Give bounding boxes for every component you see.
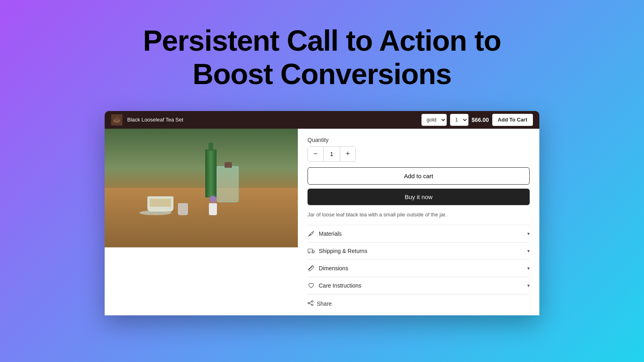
quantity-increase-button[interactable]: + bbox=[340, 147, 355, 161]
share-row[interactable]: Share bbox=[308, 294, 530, 307]
share-label: Share bbox=[317, 300, 332, 307]
ruler-icon bbox=[308, 265, 315, 272]
headline-text: Persistent Call to Action to Boost Conve… bbox=[143, 24, 501, 91]
svg-line-10 bbox=[310, 304, 312, 305]
green-bottle bbox=[205, 149, 217, 197]
sticky-price: $66.00 bbox=[472, 117, 489, 123]
accordion-shipping: Shipping & Returns ▾ bbox=[308, 242, 530, 259]
glass-pitcher bbox=[217, 166, 239, 202]
svg-point-6 bbox=[312, 300, 313, 302]
sticky-add-to-cart-button[interactable]: Add To Cart bbox=[492, 114, 533, 126]
tea-scene bbox=[105, 129, 298, 247]
accordion-dimensions: Dimensions ▾ bbox=[308, 259, 530, 277]
svg-point-4 bbox=[309, 252, 310, 253]
svg-point-2 bbox=[115, 117, 119, 121]
svg-point-5 bbox=[313, 252, 314, 253]
quantity-label: Quantity bbox=[308, 137, 530, 143]
accordion-care-header[interactable]: Care Instructions ▾ bbox=[308, 282, 530, 289]
accordion-materials: Materials ▾ bbox=[308, 225, 530, 242]
accordion-shipping-label: Shipping & Returns bbox=[319, 248, 367, 254]
truck-icon bbox=[308, 247, 315, 255]
product-page-window: Black Looseleaf Tea Set gold 1 $66.00 Ad… bbox=[105, 111, 539, 316]
quantity-control: − 1 + bbox=[308, 146, 356, 162]
sticky-quantity-select[interactable]: 1 bbox=[450, 114, 469, 126]
accordion-shipping-header[interactable]: Shipping & Returns ▾ bbox=[308, 247, 530, 255]
accordion-materials-chevron: ▾ bbox=[527, 231, 530, 237]
tea-cup bbox=[147, 196, 173, 212]
sticky-bar: Black Looseleaf Tea Set gold 1 $66.00 Ad… bbox=[105, 111, 539, 129]
svg-point-7 bbox=[308, 302, 310, 304]
accordion-dimensions-chevron: ▾ bbox=[527, 265, 530, 271]
flower-vase bbox=[209, 203, 217, 215]
headline: Persistent Call to Action to Boost Conve… bbox=[62, 24, 581, 91]
svg-line-9 bbox=[310, 302, 312, 303]
product-image bbox=[105, 129, 298, 247]
buy-now-button[interactable]: Buy it now bbox=[308, 189, 530, 205]
accordion-care-chevron: ▾ bbox=[527, 283, 530, 288]
heart-icon bbox=[308, 282, 315, 289]
share-icon bbox=[308, 300, 314, 307]
product-details-panel: Quantity − 1 + Add to cart Buy it now Ja… bbox=[298, 129, 539, 316]
quantity-decrease-button[interactable]: − bbox=[308, 147, 323, 161]
product-description: Jar of loose leaf black tea with a small… bbox=[308, 211, 530, 219]
svg-rect-3 bbox=[308, 249, 312, 252]
quantity-value: 1 bbox=[323, 147, 340, 161]
accordion-dimensions-header[interactable]: Dimensions ▾ bbox=[308, 265, 530, 272]
accordion-care-label: Care Instructions bbox=[319, 282, 361, 289]
sticky-product-name: Black Looseleaf Tea Set bbox=[127, 117, 417, 123]
sticky-color-select[interactable]: gold bbox=[421, 114, 447, 126]
creamer bbox=[178, 203, 188, 215]
background bbox=[105, 129, 298, 194]
sticky-product-thumbnail bbox=[111, 114, 122, 125]
product-content: Quantity − 1 + Add to cart Buy it now Ja… bbox=[105, 129, 539, 316]
accordion-care: Care Instructions ▾ bbox=[308, 277, 530, 294]
table bbox=[105, 188, 298, 247]
leaf-icon bbox=[308, 230, 315, 237]
sticky-controls: gold 1 $66.00 Add To Cart bbox=[421, 114, 533, 126]
add-to-cart-button[interactable]: Add to cart bbox=[308, 167, 530, 185]
accordion-materials-header[interactable]: Materials ▾ bbox=[308, 230, 530, 237]
accordion-shipping-chevron: ▾ bbox=[527, 248, 530, 254]
svg-point-8 bbox=[312, 304, 313, 306]
accordion-materials-label: Materials bbox=[319, 230, 342, 237]
accordion-dimensions-label: Dimensions bbox=[319, 265, 348, 272]
